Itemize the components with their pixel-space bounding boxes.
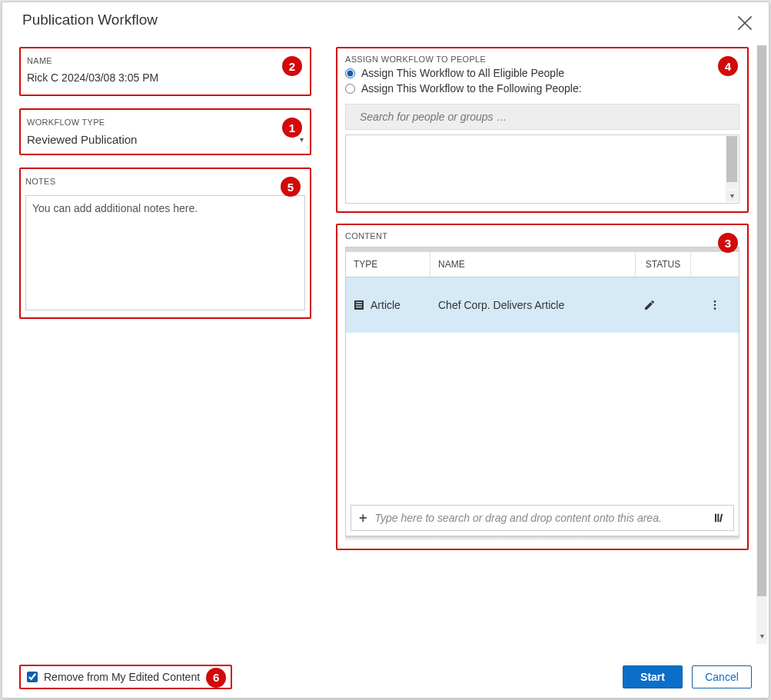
svg-rect-9 — [715, 514, 716, 523]
svg-point-8 — [714, 307, 716, 310]
article-icon — [354, 300, 364, 310]
dialog-body: NAME Rick C 2024/03/08 3:05 PM 2 WORKFLO… — [2, 41, 769, 652]
dialog-header: Publication Workflow — [2, 2, 769, 35]
close-icon — [735, 13, 755, 33]
annotation-badge-6: 6 — [206, 668, 226, 688]
dialog-scrollbar[interactable]: ▾ — [756, 45, 767, 644]
content-section: CONTENT TYPE NAME STATUS — [336, 224, 749, 550]
svg-rect-3 — [356, 302, 362, 303]
dialog-footer: Remove from My Edited Content 6 Start Ca… — [2, 655, 769, 698]
name-section: NAME Rick C 2024/03/08 3:05 PM 2 — [19, 47, 311, 96]
assign-following-radio-row[interactable]: Assign This Workflow to the Following Pe… — [345, 82, 739, 95]
content-table: TYPE NAME STATUS — [345, 247, 739, 536]
close-button[interactable] — [735, 13, 755, 33]
svg-rect-11 — [719, 514, 723, 523]
people-list-scroll-down-icon[interactable]: ▾ — [726, 190, 738, 202]
people-list-scrollbar[interactable] — [726, 136, 738, 189]
annotation-badge-4: 4 — [718, 56, 738, 76]
chevron-down-icon: ▾ — [300, 135, 304, 144]
content-search-row[interactable]: + Type here to search or drag and drop c… — [351, 505, 734, 531]
workflow-type-section: WORKFLOW TYPE Reviewed Publication ▾ 1 — [19, 108, 311, 155]
svg-point-7 — [714, 304, 716, 307]
assign-section: ASSIGN WORKFLOW TO PEOPLE Assign This Wo… — [336, 47, 749, 213]
edit-icon[interactable] — [643, 299, 683, 311]
row-type: Article — [371, 299, 400, 311]
svg-point-6 — [714, 300, 716, 303]
content-label: CONTENT — [345, 231, 739, 241]
workflow-type-value: Reviewed Publication — [27, 133, 137, 146]
svg-rect-4 — [356, 304, 362, 305]
dialog-scrollbar-thumb[interactable] — [757, 45, 766, 596]
col-name[interactable]: NAME — [430, 252, 636, 277]
people-list-scrollbar-thumb[interactable] — [726, 136, 737, 182]
publication-workflow-dialog: Publication Workflow NAME Rick C 2024/03… — [2, 2, 769, 698]
people-search-input[interactable] — [345, 104, 739, 130]
notes-section: NOTES 5 — [19, 168, 311, 319]
cancel-button[interactable]: Cancel — [692, 665, 752, 688]
dialog-title: Publication Workflow — [22, 12, 753, 28]
table-row[interactable]: Article Chef Corp. Delivers Article — [346, 277, 739, 333]
people-list[interactable]: ▾ — [345, 134, 739, 204]
col-actions — [691, 252, 739, 277]
more-icon[interactable] — [709, 299, 721, 311]
scroll-down-icon[interactable]: ▾ — [756, 632, 767, 644]
content-table-empty-area[interactable] — [346, 333, 739, 500]
name-label: NAME — [27, 56, 304, 65]
assign-all-radio-row[interactable]: Assign This Workflow to All Eligible Peo… — [345, 67, 739, 79]
assign-all-radio[interactable] — [345, 68, 355, 78]
remove-checkbox[interactable] — [27, 672, 38, 682]
assign-following-label: Assign This Workflow to the Following Pe… — [361, 82, 582, 95]
library-icon[interactable] — [713, 512, 726, 524]
remove-label: Remove from My Edited Content — [44, 671, 200, 683]
notes-label: NOTES — [25, 177, 305, 186]
col-status[interactable]: STATUS — [636, 252, 691, 277]
notes-textarea[interactable] — [25, 195, 305, 310]
annotation-badge-1: 1 — [282, 118, 302, 138]
svg-rect-10 — [717, 514, 719, 523]
assign-following-radio[interactable] — [345, 84, 355, 94]
name-value[interactable]: Rick C 2024/03/08 3:05 PM — [27, 71, 304, 84]
plus-icon[interactable]: + — [359, 511, 367, 525]
content-search-placeholder: Type here to search or drag and drop con… — [375, 512, 706, 524]
start-button[interactable]: Start — [623, 665, 683, 688]
workflow-type-select[interactable]: Reviewed Publication ▾ — [27, 133, 304, 146]
annotation-badge-3: 3 — [718, 233, 738, 253]
col-type[interactable]: TYPE — [346, 252, 430, 277]
annotation-badge-5: 5 — [281, 177, 301, 197]
row-name: Chef Corp. Delivers Article — [430, 291, 636, 319]
annotation-badge-2: 2 — [282, 56, 302, 76]
content-table-header: TYPE NAME STATUS — [346, 252, 739, 277]
workflow-type-label: WORKFLOW TYPE — [27, 118, 304, 127]
assign-all-label: Assign This Workflow to All Eligible Peo… — [361, 67, 564, 79]
assign-label: ASSIGN WORKFLOW TO PEOPLE — [345, 55, 739, 64]
svg-rect-5 — [356, 307, 362, 307]
remove-section: Remove from My Edited Content 6 — [19, 665, 232, 689]
